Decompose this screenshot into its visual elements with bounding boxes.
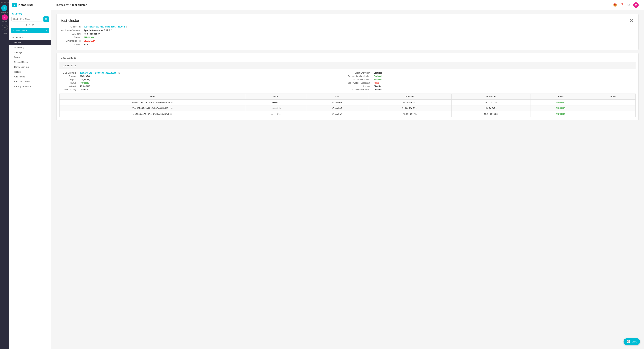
node-id-text: 9701937a-42e1-42b9-9eb0-7448df4506cb xyxy=(132,107,170,109)
nodes-label: Nodes : xyxy=(61,43,82,46)
dc-private-ip-only-value: Disabled xyxy=(80,88,348,91)
sidebar-item-add-data-centre[interactable]: Add Data Centre xyxy=(10,79,51,84)
sidebar-item-connection-info[interactable]: Connection Info xyxy=(10,64,51,69)
dc-name-us-east-1: US_EAST_1 xyxy=(63,64,76,67)
sidebar-logo: i instaclustr xyxy=(12,3,33,7)
nodes-table: Node Rack Size Public IP Private IP Stat… xyxy=(59,93,636,117)
pagination-next-button[interactable]: › xyxy=(36,24,36,26)
pagination-info: 1 – 1 of 1 xyxy=(26,24,34,26)
gift-icon[interactable]: 🎁 xyxy=(613,3,617,7)
create-account-label: Create xyxy=(2,32,7,34)
th-roles: Roles xyxy=(591,94,636,100)
pagination-row: ‹ 1 – 1 of 1 › xyxy=(10,24,51,28)
node-public-ip: 52.206.204.21 ⧉ xyxy=(368,105,452,111)
th-status: Status xyxy=(530,94,591,100)
private-ip-copy-button[interactable]: ⧉ xyxy=(496,107,498,109)
cluster-search-button[interactable] xyxy=(44,16,49,22)
dc-header-us-east-1[interactable]: US_EAST_1 ⌃ xyxy=(59,62,636,69)
pagination-prev-button[interactable]: ‹ xyxy=(24,24,25,26)
cluster-info-card: test-cluster 👁 Cluster Id : 50846bb2-ca9… xyxy=(56,14,639,50)
breadcrumb-root[interactable]: Instaclustr xyxy=(56,3,68,6)
account-avatar-shivang[interactable]: S xyxy=(2,14,8,20)
public-ip-copy-button[interactable]: ⧉ xyxy=(416,107,418,109)
logo-icon: i xyxy=(12,3,17,7)
user-avatar-badge[interactable]: SS xyxy=(633,2,639,8)
chat-button[interactable]: 💬 Chat xyxy=(624,338,640,345)
node-status: RUNNING xyxy=(530,105,591,111)
cluster-id-copy-button[interactable]: ⧉ xyxy=(126,26,128,28)
create-cluster-label: Create Cluster xyxy=(14,29,28,32)
node-private-ip: 10.0.10.17 ⧉ xyxy=(452,100,530,105)
content-area: test-cluster 👁 Cluster Id : 50846bb2-ca9… xyxy=(51,10,644,128)
sidebar-item-firewall-rules[interactable]: Firewall Rules xyxy=(10,60,51,64)
account-shivang[interactable]: S Shivang xyxy=(2,14,8,22)
svg-point-0 xyxy=(45,18,47,20)
private-ip-copy-button[interactable]: ⧉ xyxy=(495,101,497,104)
dc-pwd-auth-value: Enabled xyxy=(374,75,632,77)
accounts-label: ACCOUNTS xyxy=(0,1,10,3)
sidebar-item-details[interactable]: Details xyxy=(10,40,51,45)
dc-lucene-label: Lucene : xyxy=(348,85,372,87)
settings-icon[interactable]: ⚙ xyxy=(627,3,630,7)
create-cluster-button[interactable]: Create Cluster + xyxy=(12,28,49,33)
node-status: RUNNING xyxy=(530,100,591,105)
create-account-button[interactable]: + xyxy=(2,24,8,30)
node-id-copy-button[interactable]: ⧉ xyxy=(170,113,172,115)
dc-panel-us-east-1: US_EAST_1 ⌃ Data Centre Id : c088a9f3-70… xyxy=(59,62,636,117)
table-row: 9701937a-42e1-42b9-9eb0-7448df4506cb ⧉ u… xyxy=(60,105,636,111)
node-id-cell: ae45566b-a78e-42ca-9f7d-0cd94fdf73eb ⧉ xyxy=(60,111,245,117)
th-size: Size xyxy=(306,94,368,100)
dc-id-text: c088a9f3-7027-4233-8c99-501337f3808e xyxy=(80,72,118,74)
node-size: t3.small-v2 xyxy=(306,100,368,105)
top-bar: Instaclustr / test-cluster 🎁 ❓ ⚙ SS xyxy=(51,0,644,10)
dc-client-enc-value: Disabled xyxy=(374,72,632,74)
account-instaclustr[interactable]: I Instaclustr xyxy=(1,5,8,13)
hamburger-menu-icon[interactable]: ☰ xyxy=(46,3,48,7)
th-public-ip: Public IP xyxy=(368,94,452,100)
account-avatar-instaclustr[interactable]: I xyxy=(1,5,7,11)
sidebar-section-title: Clusters xyxy=(10,10,51,16)
sidebar-item-delete[interactable]: Delete xyxy=(10,55,51,60)
sidebar-item-resize[interactable]: Resize xyxy=(10,69,51,74)
node-roles xyxy=(591,100,636,105)
node-size: t3.small-v2 xyxy=(306,111,368,117)
topbar-icons: 🎁 ❓ ⚙ SS xyxy=(613,2,639,8)
cluster-info-grid: Cluster Id : 50846bb2-ca98-4fe7-bd3c-155… xyxy=(61,25,634,46)
dc-region-value: US_EAST_1 xyxy=(80,78,348,81)
logo-text: instaclustr xyxy=(18,3,33,7)
sidebar-item-backup-restore[interactable]: Backup / Restore xyxy=(10,84,51,89)
th-node: Node xyxy=(60,94,245,100)
public-ip-copy-button[interactable]: ⧉ xyxy=(416,101,418,104)
svg-line-1 xyxy=(46,20,47,20)
sidebar-item-settings[interactable]: Settings xyxy=(10,50,51,55)
public-ip-text: 107.20.176.38 xyxy=(402,101,415,104)
node-status: RUNNING xyxy=(530,111,591,117)
help-icon[interactable]: ❓ xyxy=(620,3,624,7)
accounts-sidebar: ACCOUNTS I Instaclustr S Shivang + Creat… xyxy=(0,0,10,349)
cluster-title: test-cluster xyxy=(61,18,634,23)
dc-private-ip-broadcast-value: False xyxy=(374,82,632,84)
node-id-copy-button[interactable]: ⧉ xyxy=(171,101,172,104)
public-ip-text: 52.206.204.21 xyxy=(402,107,415,109)
node-id-copy-button[interactable]: ⧉ xyxy=(171,107,172,109)
node-rack: us-east-1c xyxy=(245,111,306,117)
private-ip-copy-button[interactable]: ⧉ xyxy=(496,113,498,115)
node-id-text: b8ed70cd-4541-4c72-b755-dafe1984d219 xyxy=(132,101,170,104)
node-private-ip: 10.0.74.247 ⧉ xyxy=(452,105,530,111)
cluster-tree-collapse-icon: ⌄ xyxy=(46,36,48,39)
node-rack: us-east-1a xyxy=(245,100,306,105)
dc-network-value: 10.0.0.0/16 xyxy=(80,85,348,87)
chat-label: Chat xyxy=(632,340,636,343)
sidebar-item-add-nodes[interactable]: Add Nodes xyxy=(10,74,51,79)
dc-collapse-icon: ⌃ xyxy=(630,64,632,67)
cluster-search-input[interactable] xyxy=(12,17,42,21)
cluster-tree-header[interactable]: test-cluster ⌄ xyxy=(10,35,51,40)
app-version-label: Application Version : xyxy=(61,29,82,31)
sidebar-item-monitoring[interactable]: Monitoring xyxy=(10,45,51,50)
dc-status-value: RUNNING xyxy=(80,82,348,84)
th-private-ip: Private IP xyxy=(452,94,530,100)
dc-id-copy-button[interactable]: ⧉ xyxy=(118,72,120,74)
data-centres-title: Data Centres xyxy=(56,53,638,62)
public-ip-copy-button[interactable]: ⧉ xyxy=(415,113,417,115)
account-name-shivang: Shivang xyxy=(2,21,8,22)
